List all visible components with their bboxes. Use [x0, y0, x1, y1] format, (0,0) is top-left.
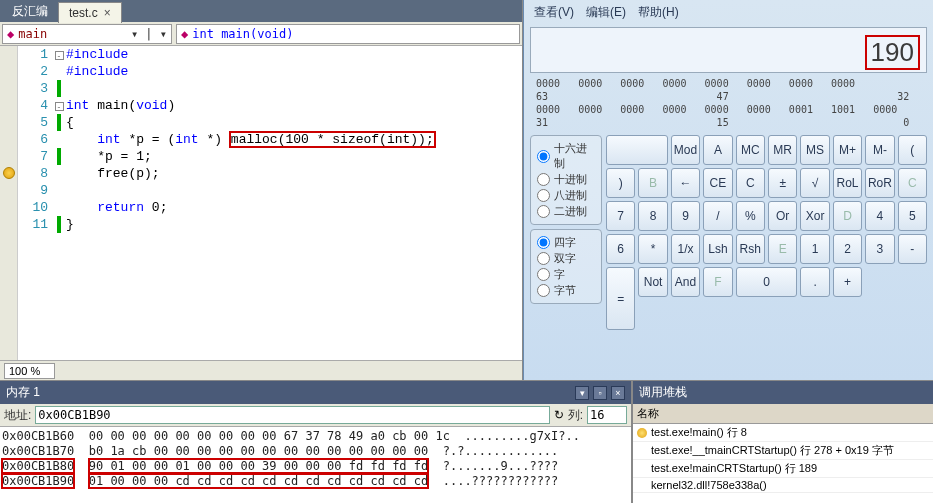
- tab-file[interactable]: test.c×: [58, 2, 122, 23]
- menu-view[interactable]: 查看(V): [534, 4, 574, 21]
- panel-dropdown-icon[interactable]: ▾: [575, 386, 589, 400]
- fold-icon[interactable]: -: [55, 51, 64, 60]
- code-line[interactable]: [66, 80, 522, 97]
- calc-btn-Mod[interactable]: Mod: [671, 135, 700, 165]
- calc-btn-3[interactable]: 3: [865, 234, 894, 264]
- calc-btn-Lsh[interactable]: Lsh: [703, 234, 732, 264]
- calc-btn-=[interactable]: =: [606, 267, 635, 330]
- code-line[interactable]: [66, 182, 522, 199]
- calc-btn-CE[interactable]: CE: [703, 168, 732, 198]
- code-line[interactable]: *p = 1;: [66, 148, 522, 165]
- stack-frame[interactable]: kernel32.dll!758e338a(): [633, 478, 933, 493]
- word-dword[interactable]: 双字: [537, 251, 595, 266]
- calc-btn-1[interactable]: 1: [800, 234, 829, 264]
- calc-btn-9[interactable]: 9: [671, 201, 700, 231]
- calculator: 查看(V) 编辑(E) 帮助(H) 190 0000 0000 0000 000…: [523, 0, 933, 380]
- memory-dump[interactable]: 0x00CB1B60 00 00 00 00 00 00 00 00 00 67…: [0, 427, 631, 491]
- calc-btn-/[interactable]: /: [703, 201, 732, 231]
- code-line[interactable]: free(p);: [66, 165, 522, 182]
- calc-btn-MC[interactable]: MC: [736, 135, 765, 165]
- refresh-icon[interactable]: ↻: [554, 408, 564, 422]
- calc-btn-MS[interactable]: MS: [800, 135, 829, 165]
- calc-btn-4[interactable]: 4: [865, 201, 894, 231]
- word-word[interactable]: 字: [537, 267, 595, 282]
- calc-btn-C[interactable]: C: [898, 168, 927, 198]
- calc-btn-RoR[interactable]: RoR: [865, 168, 894, 198]
- calc-btn-M-[interactable]: M-: [865, 135, 894, 165]
- memory-header: 内存 1 ▾ ▫ ×: [0, 381, 631, 404]
- calc-btn-M+[interactable]: M+: [833, 135, 862, 165]
- calc-btn--[interactable]: -: [898, 234, 927, 264]
- calc-btn-←[interactable]: ←: [671, 168, 700, 198]
- calc-btn-Or[interactable]: Or: [768, 201, 797, 231]
- calc-btn-2[interactable]: 2: [833, 234, 862, 264]
- breakpoint-icon[interactable]: [3, 167, 15, 179]
- calc-btn-D[interactable]: D: [833, 201, 862, 231]
- stack-frame[interactable]: test.exe!mainCRTStartup() 行 189: [633, 460, 933, 478]
- calc-btn-.[interactable]: .: [800, 267, 829, 297]
- fold-icon[interactable]: -: [55, 102, 64, 111]
- calc-btn-1/x[interactable]: 1/x: [671, 234, 700, 264]
- code-line[interactable]: {: [66, 114, 522, 131]
- radix-dec[interactable]: 十进制: [537, 172, 595, 187]
- code-line[interactable]: int main(void): [66, 97, 522, 114]
- close-icon[interactable]: ×: [104, 6, 111, 20]
- calc-btn-)[interactable]: ): [606, 168, 635, 198]
- calc-btn-Xor[interactable]: Xor: [800, 201, 829, 231]
- calc-btn-MR[interactable]: MR: [768, 135, 797, 165]
- radix-bin[interactable]: 二进制: [537, 204, 595, 219]
- callstack-list[interactable]: test.exe!main() 行 8test.exe!__tmainCRTSt…: [633, 424, 933, 493]
- calc-btn-8[interactable]: 8: [638, 201, 667, 231]
- function-icon: ◆: [181, 27, 188, 41]
- calc-btn-%[interactable]: %: [736, 201, 765, 231]
- zoom-dropdown[interactable]: 100 %: [4, 363, 55, 379]
- calc-btn-F[interactable]: F: [703, 267, 732, 297]
- line-number: 8: [18, 165, 48, 182]
- calc-btn-Rsh[interactable]: Rsh: [736, 234, 765, 264]
- function-dropdown[interactable]: ◆ int main(void): [176, 24, 520, 44]
- word-byte[interactable]: 字节: [537, 283, 595, 298]
- calc-value: 190: [867, 37, 918, 68]
- calc-btn-blank[interactable]: [606, 135, 668, 165]
- calc-btn-Not[interactable]: Not: [638, 267, 667, 297]
- stack-frame[interactable]: test.exe!__tmainCRTStartup() 行 278 + 0x1…: [633, 442, 933, 460]
- code-line[interactable]: }: [66, 216, 522, 233]
- calc-btn-C[interactable]: C: [736, 168, 765, 198]
- tab-disasm[interactable]: 反汇编: [2, 0, 58, 23]
- calc-btn-*[interactable]: *: [638, 234, 667, 264]
- panel-close-icon[interactable]: ×: [611, 386, 625, 400]
- menu-help[interactable]: 帮助(H): [638, 4, 679, 21]
- stack-frame[interactable]: test.exe!main() 行 8: [633, 424, 933, 442]
- menu-edit[interactable]: 编辑(E): [586, 4, 626, 21]
- calc-btn-7[interactable]: 7: [606, 201, 635, 231]
- mem-addr: 0x00CB1B90: [2, 474, 74, 488]
- memory-title: 内存 1: [6, 384, 40, 401]
- calc-btn-+[interactable]: +: [833, 267, 862, 297]
- code-line[interactable]: return 0;: [66, 199, 522, 216]
- radix-hex[interactable]: 十六进制: [537, 141, 595, 171]
- code-line[interactable]: #include: [66, 46, 522, 63]
- calc-btn-E[interactable]: E: [768, 234, 797, 264]
- calc-btn-6[interactable]: 6: [606, 234, 635, 264]
- calc-btn-A[interactable]: A: [703, 135, 732, 165]
- col-input[interactable]: [587, 406, 627, 424]
- calc-btn-And[interactable]: And: [671, 267, 700, 297]
- calc-btn-RoL[interactable]: RoL: [833, 168, 862, 198]
- calc-btn-√[interactable]: √: [800, 168, 829, 198]
- chevron-down-icon: ▾ | ▾: [131, 27, 167, 41]
- line-number: 11: [18, 216, 48, 233]
- code-line[interactable]: #include: [66, 63, 522, 80]
- calc-btn-([interactable]: (: [898, 135, 927, 165]
- addr-input[interactable]: [35, 406, 549, 424]
- code-editor[interactable]: 1234567891011 -- #include #include int m…: [0, 46, 522, 360]
- scope-dropdown[interactable]: ◆main ▾ | ▾: [2, 24, 172, 44]
- calc-btn-0[interactable]: 0: [736, 267, 798, 297]
- calc-btn-5[interactable]: 5: [898, 201, 927, 231]
- panel-pin-icon[interactable]: ▫: [593, 386, 607, 400]
- calc-btn-B[interactable]: B: [638, 168, 667, 198]
- word-qword[interactable]: 四字: [537, 235, 595, 250]
- calc-btn-±[interactable]: ±: [768, 168, 797, 198]
- addr-label: 地址:: [4, 407, 31, 424]
- radix-oct[interactable]: 八进制: [537, 188, 595, 203]
- code-line[interactable]: int *p = (int *) malloc(100 * sizeof(int…: [66, 131, 522, 148]
